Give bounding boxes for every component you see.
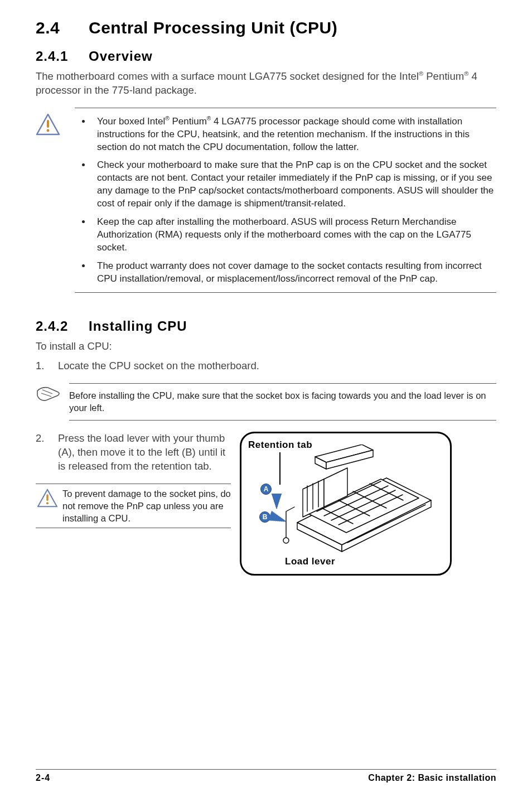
step2-right: Retention tab — [240, 432, 496, 576]
install-steps: 1. Locate the CPU socket on the motherbo… — [36, 359, 496, 576]
subsection-title-text: Overview — [89, 49, 153, 64]
caution-block-step2: To prevent damage to the socket pins, do… — [36, 484, 231, 529]
page-number: 2-4 — [36, 772, 50, 784]
list-item: Keep the cap after installing the mother… — [91, 216, 496, 254]
step-1: 1. Locate the CPU socket on the motherbo… — [36, 359, 496, 426]
tip-text: Before installing the CPU, make sure tha… — [69, 389, 496, 414]
chapter-label: Chapter 2: Basic installation — [368, 772, 496, 784]
text-fragment: Pentium — [423, 70, 464, 82]
svg-rect-1 — [47, 120, 49, 128]
step-body: Locate the CPU socket on the motherboard… — [58, 359, 496, 426]
subsection-number: 2.4.1 — [36, 47, 89, 65]
cpu-socket-illustration — [264, 445, 442, 562]
socket-figure: Retention tab — [240, 432, 452, 576]
caution-icon-col — [36, 486, 62, 508]
step-text: Press the load lever with your thumb (A)… — [58, 432, 225, 472]
list-item: Your boxed Intel® Pentium® 4 LGA775 proc… — [91, 115, 496, 153]
step-body: Press the load lever with your thumb (A)… — [58, 432, 496, 576]
text-fragment: Your boxed Intel — [97, 116, 165, 127]
callout-a: A — [260, 484, 272, 495]
subsection-overview-heading: 2.4.1Overview — [36, 47, 496, 65]
caution-icon — [36, 113, 60, 136]
tip-icon-col — [36, 383, 69, 402]
caution-block-main: Your boxed Intel® Pentium® 4 LGA775 proc… — [36, 108, 496, 293]
overview-paragraph: The motherboard comes with a surface mou… — [36, 70, 496, 98]
section-heading: 2.4Central Processing Unit (CPU) — [36, 17, 496, 40]
caution-icon-col — [36, 108, 75, 136]
step2-layout: Press the load lever with your thumb (A)… — [58, 432, 496, 576]
svg-rect-4 — [46, 494, 48, 501]
subsection-number: 2.4.2 — [36, 317, 89, 335]
installing-lead: To install a CPU: — [36, 340, 496, 354]
tip-block: Before installing the CPU, make sure tha… — [36, 383, 496, 421]
registered-mark: ® — [419, 70, 423, 77]
caution-text: To prevent damage to the socket pins, do… — [62, 486, 231, 526]
arrow-a-icon — [272, 494, 282, 509]
section-title-text: Central Processing Unit (CPU) — [89, 18, 337, 37]
caution-list: Your boxed Intel® Pentium® 4 LGA775 proc… — [75, 115, 496, 286]
figure-label-load-lever: Load lever — [285, 555, 335, 568]
text-fragment: The motherboard comes with a surface mou… — [36, 70, 419, 82]
list-item: The product warranty does not cover dama… — [91, 260, 496, 286]
svg-point-2 — [47, 129, 50, 132]
caution-content: Your boxed Intel® Pentium® 4 LGA775 proc… — [75, 108, 496, 293]
step2-left: Press the load lever with your thumb (A)… — [58, 432, 231, 529]
svg-point-5 — [46, 502, 49, 504]
section-number: 2.4 — [36, 17, 89, 40]
registered-mark: ® — [165, 115, 170, 122]
note-hand-icon — [36, 385, 61, 402]
step-text: Locate the CPU socket on the motherboard… — [58, 360, 259, 371]
tip-content: Before installing the CPU, make sure tha… — [69, 383, 496, 421]
page-footer: 2-4 Chapter 2: Basic installation — [36, 769, 496, 784]
subsection-installing-heading: 2.4.2Installing CPU — [36, 317, 496, 335]
subsection-title-text: Installing CPU — [89, 318, 187, 334]
text-fragment: Pentium — [170, 116, 207, 127]
caution-icon — [37, 489, 58, 508]
list-item: Check your motherboard to make sure that… — [91, 159, 496, 210]
svg-point-26 — [283, 538, 289, 543]
step-2: 2. Press the load lever with your thumb … — [36, 432, 496, 576]
